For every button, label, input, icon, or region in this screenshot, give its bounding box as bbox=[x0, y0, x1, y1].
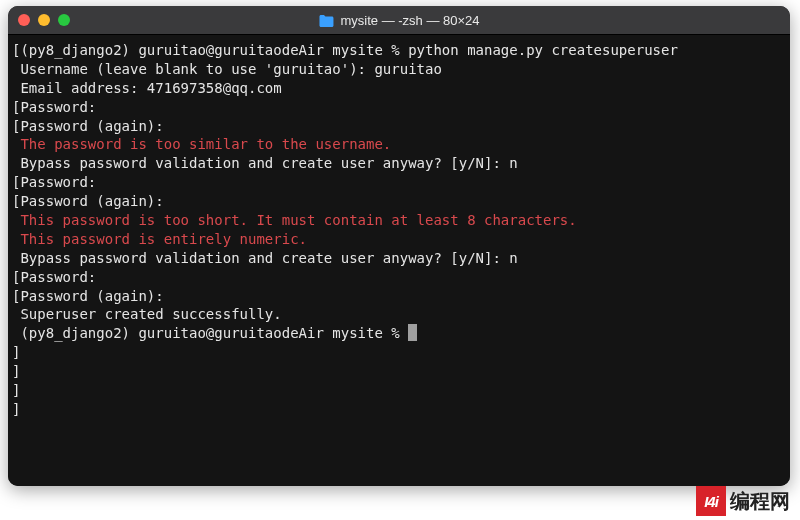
terminal-line: Username (leave blank to use 'guruitao')… bbox=[12, 60, 782, 79]
terminal-line: [Password: bbox=[12, 173, 782, 192]
terminal-line: [Password: bbox=[12, 98, 782, 117]
terminal-line: ] bbox=[12, 343, 782, 362]
titlebar: mysite — -zsh — 80×24 bbox=[8, 6, 790, 34]
terminal-line: ] bbox=[12, 400, 782, 419]
watermark-text: 编程网 bbox=[730, 488, 790, 515]
terminal-line: ] bbox=[12, 381, 782, 400]
folder-icon bbox=[318, 14, 334, 27]
maximize-icon[interactable] bbox=[58, 14, 70, 26]
cursor bbox=[408, 324, 417, 341]
minimize-icon[interactable] bbox=[38, 14, 50, 26]
watermark: I4i 编程网 bbox=[696, 486, 790, 516]
terminal-line: [Password (again): bbox=[12, 287, 782, 306]
window-title-text: mysite — -zsh — 80×24 bbox=[340, 13, 479, 28]
traffic-lights bbox=[18, 14, 70, 26]
close-icon[interactable] bbox=[18, 14, 30, 26]
terminal-line: Bypass password validation and create us… bbox=[12, 249, 782, 268]
terminal-line: Bypass password validation and create us… bbox=[12, 154, 782, 173]
terminal-line: (py8_django2) guruitao@guruitaodeAir mys… bbox=[12, 324, 782, 343]
window-title: mysite — -zsh — 80×24 bbox=[318, 13, 479, 28]
terminal-line: Email address: 471697358@qq.com bbox=[12, 79, 782, 98]
terminal-line: This password is entirely numeric. bbox=[12, 230, 782, 249]
terminal-line: [Password: bbox=[12, 268, 782, 287]
watermark-badge: I4i bbox=[696, 486, 726, 516]
terminal-line: [Password (again): bbox=[12, 192, 782, 211]
terminal-line: [Password (again): bbox=[12, 117, 782, 136]
terminal-window: mysite — -zsh — 80×24 [(py8_django2) gur… bbox=[8, 6, 790, 486]
terminal-line: This password is too short. It must cont… bbox=[12, 211, 782, 230]
terminal-body[interactable]: [(py8_django2) guruitao@guruitaodeAir my… bbox=[8, 34, 790, 486]
terminal-line: ] bbox=[12, 362, 782, 381]
terminal-line: Superuser created successfully. bbox=[12, 305, 782, 324]
terminal-line: The password is too similar to the usern… bbox=[12, 135, 782, 154]
terminal-line: [(py8_django2) guruitao@guruitaodeAir my… bbox=[12, 41, 782, 60]
